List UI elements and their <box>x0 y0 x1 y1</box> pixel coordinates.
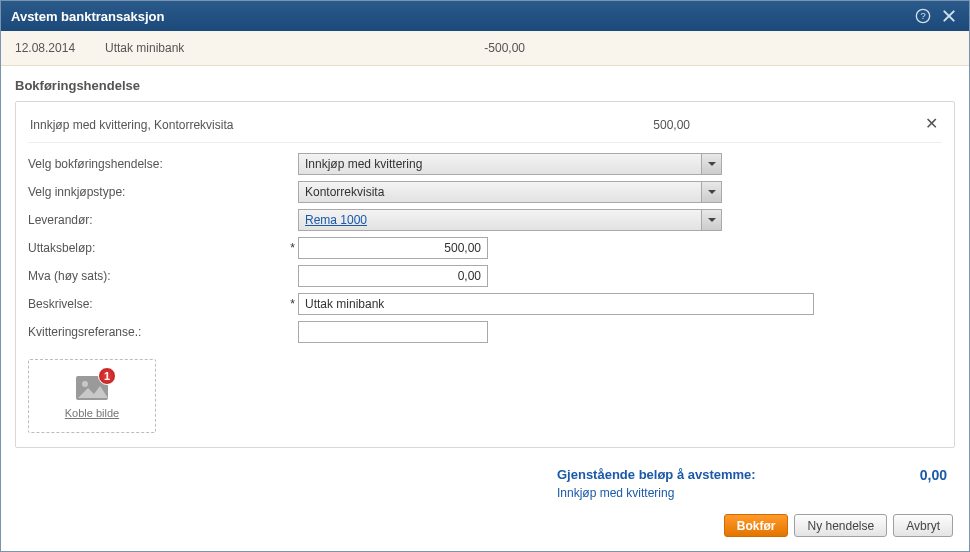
summary-row: Innkjøp med kvittering, Kontorrekvisita … <box>28 112 942 143</box>
event-type-label: Velg bokføringshendelse: <box>28 157 288 171</box>
description-input[interactable] <box>298 293 814 315</box>
remaining-subtitle: Innkjøp med kvittering <box>557 486 887 500</box>
content-area: Bokføringshendelse Innkjøp med kvitterin… <box>1 66 969 451</box>
event-type-select[interactable]: Innkjøp med kvittering <box>298 153 722 175</box>
transaction-row: 12.08.2014 Uttak minibank -500,00 <box>1 31 969 66</box>
button-row: Bokfør Ny hendelse Avbryt <box>17 514 953 537</box>
supplier-value[interactable]: Rema 1000 <box>299 213 701 227</box>
svg-text:?: ? <box>920 11 925 21</box>
transaction-description: Uttak minibank <box>105 41 415 55</box>
footer: Gjenstående beløp å avstemme: Innkjøp me… <box>1 451 969 551</box>
amount-input[interactable] <box>298 237 488 259</box>
attach-image-label: Koble bilde <box>65 407 119 419</box>
purchase-type-label: Velg innkjøpstype: <box>28 185 288 199</box>
event-type-value: Innkjøp med kvittering <box>299 157 701 171</box>
chevron-down-icon <box>701 154 721 174</box>
supplier-label: Leverandør: <box>28 213 288 227</box>
dialog-title: Avstem banktransaksjon <box>11 9 907 24</box>
purchase-type-select[interactable]: Kontorrekvisita <box>298 181 722 203</box>
notification-badge: 1 <box>98 367 116 385</box>
reference-label: Kvitteringsreferanse.: <box>28 325 288 339</box>
vat-input[interactable] <box>298 265 488 287</box>
totals-row: Gjenstående beløp å avstemme: Innkjøp me… <box>17 459 953 514</box>
help-icon[interactable]: ? <box>913 6 933 26</box>
post-button[interactable]: Bokfør <box>724 514 789 537</box>
description-label: Beskrivelse: <box>28 297 288 311</box>
image-icon: 1 <box>72 373 112 403</box>
remaining-label: Gjenstående beløp å avstemme: <box>557 467 887 482</box>
chevron-down-icon <box>701 182 721 202</box>
section-heading: Bokføringshendelse <box>15 78 955 93</box>
remaining-amount: 0,00 <box>887 467 947 500</box>
event-panel: Innkjøp med kvittering, Kontorrekvisita … <box>15 101 955 448</box>
transaction-amount: -500,00 <box>415 41 525 55</box>
required-mark: * <box>288 241 298 255</box>
new-event-button[interactable]: Ny hendelse <box>794 514 887 537</box>
cancel-button[interactable]: Avbryt <box>893 514 953 537</box>
transaction-date: 12.08.2014 <box>15 41 105 55</box>
reference-input[interactable] <box>298 321 488 343</box>
summary-text: Innkjøp med kvittering, Kontorrekvisita <box>30 118 570 132</box>
attach-image-button[interactable]: 1 Koble bilde <box>28 359 156 433</box>
supplier-select[interactable]: Rema 1000 <box>298 209 722 231</box>
purchase-type-value: Kontorrekvisita <box>299 185 701 199</box>
chevron-down-icon <box>701 210 721 230</box>
amount-label: Uttaksbeløp: <box>28 241 288 255</box>
titlebar: Avstem banktransaksjon ? <box>1 1 969 31</box>
close-icon[interactable] <box>939 6 959 26</box>
required-mark: * <box>288 297 298 311</box>
summary-amount: 500,00 <box>570 118 690 132</box>
vat-label: Mva (høy sats): <box>28 269 288 283</box>
dialog: Avstem banktransaksjon ? 12.08.2014 Utta… <box>0 0 970 552</box>
svg-point-3 <box>82 381 88 387</box>
remove-event-icon[interactable]: ✕ <box>925 114 938 133</box>
